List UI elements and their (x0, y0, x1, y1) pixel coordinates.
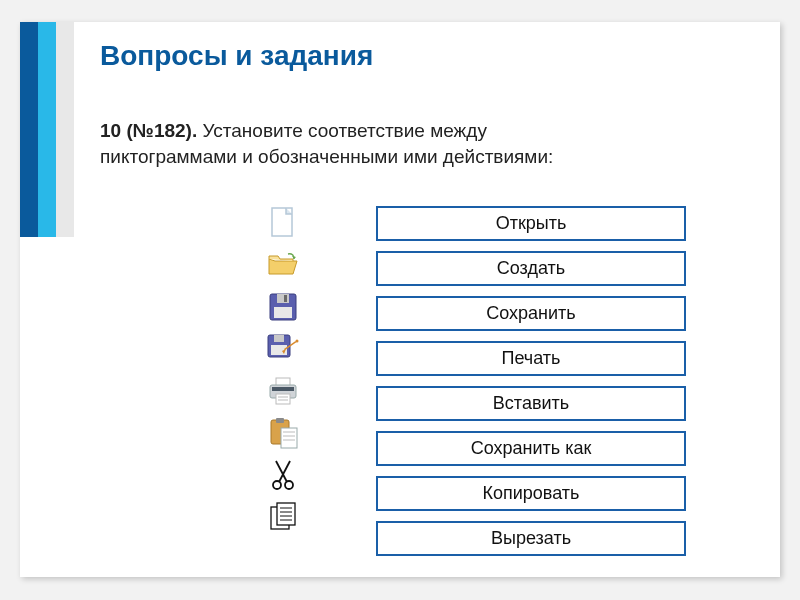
action-save-as[interactable]: Сохранить как (376, 431, 686, 466)
svg-rect-5 (284, 295, 287, 302)
action-open[interactable]: Открыть (376, 206, 686, 241)
open-folder-icon[interactable] (266, 248, 300, 282)
new-document-icon[interactable] (266, 206, 300, 240)
clipboard-paste-icon[interactable] (266, 416, 300, 450)
page-title: Вопросы и задания (100, 40, 373, 72)
action-save[interactable]: Сохранить (376, 296, 686, 331)
copy-pages-icon[interactable] (266, 500, 300, 534)
svg-rect-21 (281, 428, 297, 448)
action-paste[interactable]: Вставить (376, 386, 686, 421)
task-text: 10 (№182). Установите соответствие между… (100, 118, 620, 169)
save-as-icon[interactable] (266, 332, 300, 366)
action-cut[interactable]: Вырезать (376, 521, 686, 556)
task-number: 10 (№182). (100, 120, 197, 141)
svg-rect-30 (277, 503, 295, 525)
icons-column (260, 206, 306, 534)
svg-point-12 (296, 340, 299, 343)
action-create[interactable]: Создать (376, 251, 686, 286)
action-copy[interactable]: Копировать (376, 476, 686, 511)
slide: Вопросы и задания 10 (№182). Установите … (20, 22, 780, 577)
svg-rect-4 (277, 294, 289, 303)
scissors-icon[interactable] (266, 458, 300, 492)
actions-column: Открыть Создать Сохранить Печать Вставит… (376, 206, 686, 556)
floppy-disk-icon[interactable] (266, 290, 300, 324)
svg-rect-15 (272, 387, 294, 391)
svg-rect-6 (274, 307, 292, 318)
svg-rect-8 (274, 335, 284, 342)
sidebar-accent (20, 22, 75, 237)
svg-rect-20 (276, 418, 284, 423)
svg-rect-16 (276, 394, 290, 404)
printer-icon[interactable] (266, 374, 300, 408)
action-print[interactable]: Печать (376, 341, 686, 376)
